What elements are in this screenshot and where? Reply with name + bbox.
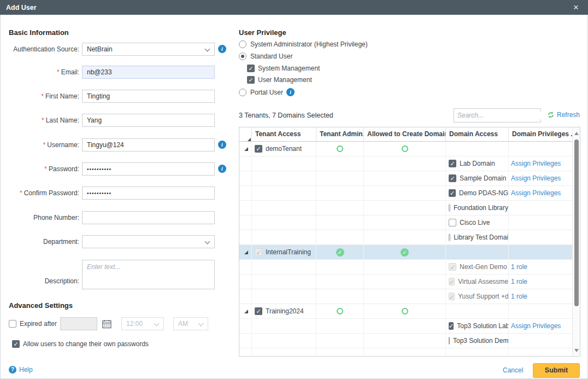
user-management-checkbox-row[interactable]: ✓ User Management (247, 76, 312, 84)
auth-source-value: NetBrain (87, 45, 113, 53)
department-select[interactable] (82, 235, 215, 248)
user-management-checkbox[interactable]: ✓ (247, 76, 255, 84)
expire-time-select[interactable]: 12:00 (121, 317, 164, 330)
dialog-title: Add User (6, 4, 37, 11)
username-info-icon[interactable]: i (218, 141, 226, 149)
grid-scrollbar[interactable] (572, 127, 580, 356)
grid-cell (446, 142, 509, 156)
grid-header: Tenant Access Tenant Admin... Allowed to… (239, 127, 580, 142)
granted-check-icon: ✓ (336, 248, 344, 256)
grid-cell (316, 319, 364, 333)
domain-row: Library Test Domai (239, 230, 580, 245)
expand-collapse-icon[interactable] (244, 310, 248, 313)
assign-privileges-link[interactable]: Assign Privileges (509, 322, 561, 330)
tenant-row: ✓Training2024 (239, 304, 580, 319)
domain-name: Demo PDAS-NG (459, 189, 508, 197)
chevron-down-icon (198, 321, 204, 326)
domain-name: Lab Domain (460, 160, 495, 167)
phone-number-label: Phone Number: (0, 211, 79, 224)
domain-name: Next-Gen Demo (460, 263, 507, 271)
domain-row: ✓Virtual Assessmen1 role (239, 275, 580, 289)
username-field[interactable] (82, 138, 215, 151)
role-link[interactable]: 1 role (509, 263, 527, 271)
domain-checkbox[interactable] (449, 356, 456, 357)
domain-checkbox[interactable]: ✓ (449, 160, 456, 167)
domain-checkbox[interactable] (449, 204, 450, 212)
domain-checkbox[interactable]: ✓ (449, 322, 454, 330)
domain-checkbox[interactable]: ✓ (449, 278, 455, 285)
grid-cell: ✓Top3 Solution Lab (446, 319, 509, 333)
system-management-checkbox-row[interactable]: ✓ System Management (247, 65, 320, 72)
grid-cell: 1 role (509, 260, 573, 274)
portal-user-info-icon[interactable]: i (286, 88, 295, 96)
tenant-search-box[interactable] (454, 108, 541, 123)
phone-number-field[interactable] (82, 211, 215, 224)
col-domain-access: Domain Access (446, 127, 509, 141)
tenant-name: InternalTraining (266, 248, 311, 256)
help-link[interactable]: ? Help (9, 366, 33, 374)
scroll-up-icon[interactable] (574, 132, 579, 135)
grid-cell: Cisco Live (446, 215, 509, 230)
domain-checkbox[interactable] (449, 337, 450, 345)
grid-cell (509, 334, 573, 348)
grid-cell (239, 142, 252, 156)
system-management-checkbox[interactable]: ✓ (247, 65, 255, 72)
expire-ampm-select[interactable]: AM (173, 317, 208, 330)
cancel-button[interactable]: Cancel (503, 366, 523, 374)
calendar-icon[interactable] (102, 319, 111, 329)
auth-source-select[interactable]: NetBrain (82, 43, 215, 56)
expand-collapse-icon[interactable] (244, 250, 248, 254)
tenant-name: demoTenant (266, 145, 302, 153)
first-name-field[interactable] (82, 90, 215, 103)
domain-checkbox[interactable] (449, 234, 450, 241)
domain-checkbox[interactable]: ✓ (449, 189, 456, 197)
domain-checkbox[interactable]: ✓ (449, 174, 456, 182)
email-field[interactable] (82, 66, 215, 79)
domain-checkbox[interactable]: ✓ (449, 263, 456, 271)
password-info-icon[interactable]: i (218, 165, 226, 173)
radio-portal-user[interactable]: Portal User i (239, 88, 295, 96)
password-field[interactable] (82, 162, 215, 176)
last-name-field[interactable] (82, 114, 215, 127)
expired-after-checkbox[interactable] (9, 320, 16, 328)
radio-standard-user[interactable]: Standard User (239, 53, 292, 60)
collapse-all-icon[interactable] (247, 130, 251, 141)
expand-collapse-icon[interactable] (244, 147, 248, 151)
auth-info-icon[interactable]: i (218, 45, 226, 53)
close-icon[interactable]: × (569, 0, 583, 15)
role-link[interactable]: 1 role (509, 293, 527, 300)
tenant-checkbox[interactable]: ✓ (255, 248, 262, 256)
partial-row (239, 348, 580, 357)
submit-button[interactable]: Submit (533, 363, 580, 378)
header-collapse-cell[interactable] (239, 127, 252, 141)
scroll-down-icon[interactable] (574, 349, 579, 352)
grid-cell (316, 215, 364, 230)
domain-name: Library Test Domai (454, 234, 508, 241)
grid-cell (316, 186, 364, 200)
tenant-checkbox[interactable]: ✓ (255, 145, 262, 153)
expire-date-field[interactable] (60, 317, 97, 330)
refresh-button[interactable]: Refresh (547, 111, 580, 119)
search-input[interactable] (454, 112, 545, 119)
radio-system-administrator[interactable]: System Administrator (Highest Privilege) (239, 40, 368, 48)
grid-cell (252, 334, 316, 348)
scroll-thumb[interactable] (574, 139, 579, 306)
description-field[interactable] (82, 260, 215, 289)
tenant-checkbox[interactable]: ✓ (255, 307, 262, 315)
allow-password-change-checkbox[interactable]: ✓ (12, 340, 20, 348)
grid-cell (239, 245, 252, 259)
chevron-down-icon (205, 239, 210, 244)
domain-row: ✓Top3 Solution LabAssign Privileges (239, 319, 580, 334)
domain-row: ✓Demo PDAS-NGAssign Privileges (239, 186, 580, 201)
last-name-label: *Last Name: (0, 114, 79, 127)
status-circle-icon (402, 308, 408, 314)
assign-privileges-link[interactable]: Assign Privileges (509, 189, 561, 197)
role-link[interactable]: 1 role (509, 278, 527, 285)
domain-checkbox[interactable]: ✓ (449, 293, 455, 300)
grid-cell (364, 156, 446, 171)
confirm-password-field[interactable] (82, 186, 215, 200)
dialog-titlebar: Add User × (0, 0, 588, 15)
domain-checkbox[interactable] (449, 219, 456, 226)
assign-privileges-link[interactable]: Assign Privileges (509, 174, 561, 182)
assign-privileges-link[interactable]: Assign Privileges (509, 160, 561, 167)
